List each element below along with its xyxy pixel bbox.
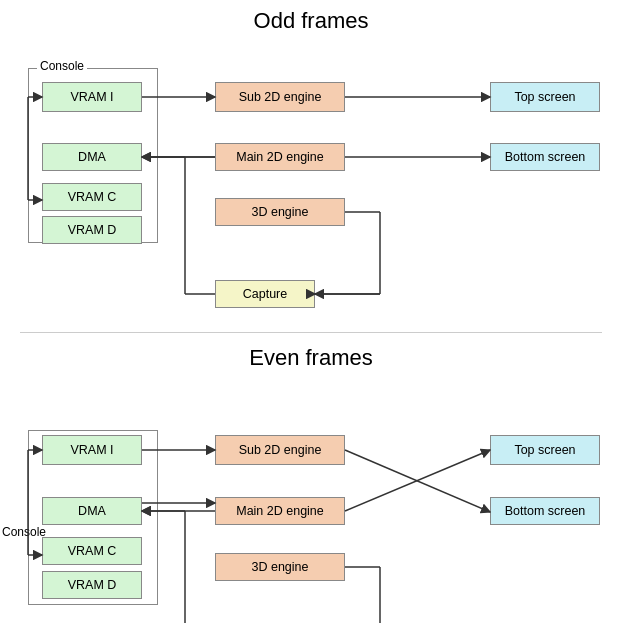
odd-vram-c: VRAM C [42, 183, 142, 211]
odd-sub2d: Sub 2D engine [215, 82, 345, 112]
odd-diagram-area: Console VRAM I DMA VRAM C VRAM D Sub 2D … [0, 38, 622, 328]
section-divider [20, 332, 602, 333]
even-frames-section: Even frames Console VRAM I DMA VRAM C VR… [0, 337, 622, 623]
odd-top-screen: Top screen [490, 82, 600, 112]
even-top-screen: Top screen [490, 435, 600, 465]
even-diagram-area: Console VRAM I DMA VRAM C VRAM D Sub 2D … [0, 375, 622, 623]
even-3d: 3D engine [215, 553, 345, 581]
svg-line-22 [345, 450, 490, 512]
odd-console-label: Console [37, 59, 87, 73]
even-vram-c: VRAM C [42, 537, 142, 565]
odd-3d: 3D engine [215, 198, 345, 226]
odd-main2d: Main 2D engine [215, 143, 345, 171]
odd-vram-i: VRAM I [42, 82, 142, 112]
even-vram-i: VRAM I [42, 435, 142, 465]
odd-capture: Capture [215, 280, 315, 308]
even-dma: DMA [42, 497, 142, 525]
even-frames-title: Even frames [0, 337, 622, 375]
odd-vram-d: VRAM D [42, 216, 142, 244]
odd-frames-title: Odd frames [0, 0, 622, 38]
even-vram-d: VRAM D [42, 571, 142, 599]
svg-line-23 [345, 450, 490, 511]
even-console-label: Console [2, 525, 46, 539]
even-bottom-screen: Bottom screen [490, 497, 600, 525]
odd-frames-section: Odd frames Console VRAM I DMA VRAM C VRA… [0, 0, 622, 328]
even-sub2d: Sub 2D engine [215, 435, 345, 465]
odd-dma: DMA [42, 143, 142, 171]
even-main2d: Main 2D engine [215, 497, 345, 525]
odd-bottom-screen: Bottom screen [490, 143, 600, 171]
